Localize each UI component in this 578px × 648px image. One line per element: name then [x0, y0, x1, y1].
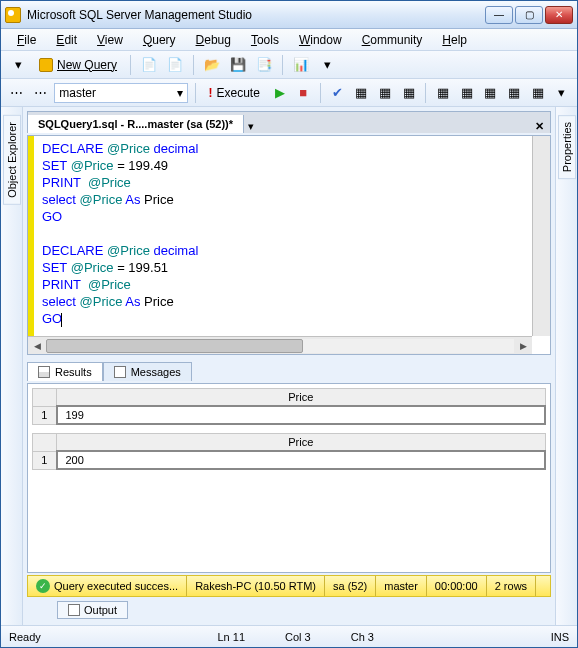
column-header[interactable]: Price [57, 434, 546, 452]
properties-tab[interactable]: Properties [558, 115, 576, 179]
table-row[interactable]: 1199 [33, 406, 546, 424]
close-button[interactable]: ✕ [545, 6, 573, 24]
save-all-icon[interactable]: 📑 [253, 54, 275, 76]
stop-icon[interactable]: ■ [293, 82, 313, 104]
status-user: sa (52) [325, 576, 376, 596]
scroll-left-icon[interactable]: ◀ [28, 337, 46, 355]
status-db: master [376, 576, 427, 596]
column-header[interactable]: Price [57, 389, 546, 407]
editor-gutter [28, 136, 34, 336]
change-connection-icon[interactable]: ⋯ [31, 82, 51, 104]
menu-debug[interactable]: Debug [188, 31, 239, 49]
separator [193, 55, 194, 75]
status-text: Query executed succes... [54, 580, 178, 592]
results-file-icon[interactable]: ▦ [528, 82, 548, 104]
connect-icon[interactable]: ⋯ [7, 82, 27, 104]
horizontal-scrollbar[interactable]: ◀ ▶ [28, 336, 532, 354]
toolbar-sql: ⋯ ⋯ master ▾ ! Execute ▶ ■ ✔ ▦ ▦ ▦ ▦ ▦ ▦… [1, 79, 577, 107]
debug-play-icon[interactable]: ▶ [270, 82, 290, 104]
status-ch: Ch 3 [351, 631, 374, 643]
toolbar2-overflow-icon[interactable]: ▾ [551, 82, 571, 104]
separator [282, 55, 283, 75]
separator [320, 83, 321, 103]
output-tab[interactable]: Output [57, 601, 128, 619]
query-status-strip: ✓ Query executed succes... Rakesh-PC (10… [27, 575, 551, 597]
window-title: Microsoft SQL Server Management Studio [27, 8, 485, 22]
toolbar-main: ▾ New Query 📄 📄 📂 💾 📑 📊 ▾ [1, 51, 577, 79]
toolbar-overflow-icon[interactable]: ▾ [316, 54, 338, 76]
scroll-track[interactable] [46, 339, 514, 353]
output-icon [68, 604, 80, 616]
menu-window[interactable]: Window [291, 31, 350, 49]
result-grid[interactable]: Price1200 [32, 433, 546, 470]
actual-plan-icon[interactable]: ▦ [433, 82, 453, 104]
table-row[interactable]: 1200 [33, 451, 546, 469]
cell-value[interactable]: 200 [57, 451, 546, 469]
tab-close-icon[interactable]: ✕ [529, 120, 550, 133]
menu-file[interactable]: File [9, 31, 44, 49]
activity-monitor-icon[interactable]: 📊 [290, 54, 312, 76]
tab-list-dropdown-icon[interactable]: ▾ [244, 120, 258, 133]
row-header [33, 389, 57, 407]
status-rows: 2 rows [487, 576, 536, 596]
result-grid[interactable]: Price1199 [32, 388, 546, 425]
row-number: 1 [33, 451, 57, 469]
query-options-icon[interactable]: ▦ [375, 82, 395, 104]
database-name: master [59, 86, 96, 100]
code-text[interactable]: DECLARE @Price decimal SET @Price = 199.… [42, 140, 532, 336]
project-dropdown-icon[interactable]: ▾ [7, 54, 29, 76]
menu-view[interactable]: View [89, 31, 131, 49]
new-query-button[interactable]: New Query [33, 56, 123, 74]
vertical-scrollbar[interactable] [532, 136, 550, 336]
status-ok-cell: ✓ Query executed succes... [28, 576, 187, 596]
cell-value[interactable]: 199 [57, 406, 546, 424]
scroll-right-icon[interactable]: ▶ [514, 337, 532, 355]
menu-edit[interactable]: Edit [48, 31, 85, 49]
document-tab-active[interactable]: SQLQuery1.sql - R....master (sa (52))* [28, 115, 244, 133]
execute-bang-icon: ! [208, 86, 212, 100]
title-bar: Microsoft SQL Server Management Studio —… [1, 1, 577, 29]
right-dock: Properties [555, 107, 577, 625]
status-ins: INS [551, 631, 569, 643]
menu-query[interactable]: Query [135, 31, 184, 49]
app-window: Microsoft SQL Server Management Studio —… [0, 0, 578, 648]
menu-help[interactable]: Help [434, 31, 475, 49]
menu-community[interactable]: Community [354, 31, 431, 49]
tab-title: SQLQuery1.sql - R....master (sa (52))* [38, 118, 233, 130]
results-tab-label: Results [55, 366, 92, 378]
sql-icon [39, 58, 53, 72]
estimated-plan-icon[interactable]: ▦ [352, 82, 372, 104]
status-line: Ln 11 [218, 631, 246, 643]
message-icon [114, 366, 126, 378]
new-query-label: New Query [57, 58, 117, 72]
sql-editor[interactable]: DECLARE @Price decimal SET @Price = 199.… [27, 135, 551, 355]
client-stats-icon[interactable]: ▦ [457, 82, 477, 104]
row-header [33, 434, 57, 452]
object-explorer-tab[interactable]: Object Explorer [3, 115, 21, 205]
messages-tab[interactable]: Messages [103, 362, 192, 381]
left-dock: Object Explorer [1, 107, 23, 625]
menu-bar: FileEditViewQueryDebugToolsWindowCommuni… [1, 29, 577, 51]
maximize-button[interactable]: ▢ [515, 6, 543, 24]
execute-button[interactable]: ! Execute [202, 84, 265, 102]
database-selector[interactable]: master ▾ [54, 83, 187, 103]
separator [425, 83, 426, 103]
results-tab[interactable]: Results [27, 362, 103, 381]
open-file-icon[interactable]: 📄 [138, 54, 160, 76]
scroll-thumb[interactable] [46, 339, 303, 353]
open-project-icon[interactable]: 📄 [164, 54, 186, 76]
intellisense-icon[interactable]: ▦ [399, 82, 419, 104]
results-grid-icon[interactable]: ▦ [504, 82, 524, 104]
save-icon[interactable]: 💾 [227, 54, 249, 76]
chevron-down-icon: ▾ [177, 86, 183, 100]
menu-tools[interactable]: Tools [243, 31, 287, 49]
output-tabs: Output [27, 599, 551, 621]
minimize-button[interactable]: — [485, 6, 513, 24]
content-area: Object Explorer SQLQuery1.sql - R....mas… [1, 107, 577, 625]
parse-check-icon[interactable]: ✔ [328, 82, 348, 104]
results-text-icon[interactable]: ▦ [481, 82, 501, 104]
folder-open-icon[interactable]: 📂 [201, 54, 223, 76]
grid-icon [38, 366, 50, 378]
results-panel[interactable]: Price1199Price1200 [27, 383, 551, 573]
document-tabs: SQLQuery1.sql - R....master (sa (52))* ▾… [27, 111, 551, 133]
